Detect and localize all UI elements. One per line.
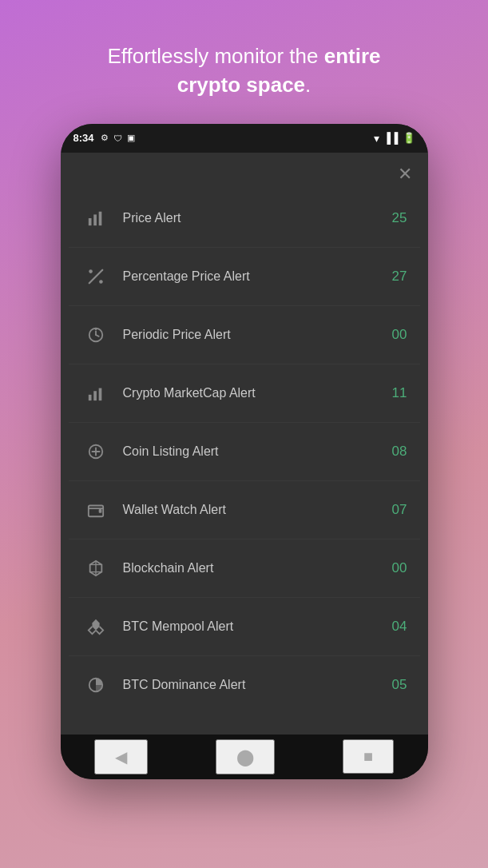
nav-back-button[interactable]: ◀ bbox=[94, 739, 148, 774]
wallet-watch-alert-icon bbox=[81, 496, 110, 524]
percentage-price-alert-icon bbox=[81, 262, 110, 291]
signal-icon: ▐▐ bbox=[383, 132, 398, 144]
battery-icon: 🔋 bbox=[403, 132, 415, 144]
close-btn-row: ✕ bbox=[61, 153, 428, 189]
list-item[interactable]: BTC Dominance Alert 05 bbox=[69, 656, 420, 714]
status-time: 8:34 bbox=[73, 132, 94, 144]
status-icons-right: ▾ ▐▐ 🔋 bbox=[374, 132, 415, 145]
status-icons-left: ⚙ 🛡 ▣ bbox=[101, 133, 135, 143]
header-line1: Effortlessly monitor the entirecrypto sp… bbox=[108, 44, 381, 97]
clipboard-icon: ▣ bbox=[127, 133, 135, 143]
wallet-watch-alert-label: Wallet Watch Alert bbox=[123, 503, 385, 517]
price-alert-label: Price Alert bbox=[123, 211, 385, 225]
periodic-price-alert-label: Periodic Price Alert bbox=[123, 328, 385, 342]
app-content: ✕ Price Alert 25 Per bbox=[61, 153, 428, 735]
btc-dominance-alert-count: 05 bbox=[385, 677, 407, 693]
nav-home-button[interactable]: ⬤ bbox=[216, 739, 275, 774]
btc-mempool-alert-icon bbox=[81, 612, 110, 641]
price-alert-count: 25 bbox=[385, 210, 407, 226]
svg-rect-2 bbox=[98, 212, 101, 225]
svg-line-8 bbox=[96, 335, 99, 336]
svg-rect-12 bbox=[98, 388, 101, 400]
list-item[interactable]: Wallet Watch Alert 07 bbox=[69, 481, 420, 540]
list-item[interactable]: Blockchain Alert 00 bbox=[69, 540, 420, 598]
shield-icon: 🛡 bbox=[113, 133, 122, 143]
svg-point-3 bbox=[89, 269, 93, 273]
list-item[interactable]: Price Alert 25 bbox=[69, 189, 420, 248]
header-section: Effortlessly monitor the entirecrypto sp… bbox=[76, 42, 413, 100]
list-item[interactable]: Percentage Price Alert 27 bbox=[69, 248, 420, 306]
svg-rect-17 bbox=[98, 509, 101, 513]
nav-bar: ◀ ⬤ ■ bbox=[61, 735, 428, 779]
periodic-price-alert-icon bbox=[81, 321, 110, 349]
crypto-marketcap-alert-icon bbox=[81, 379, 110, 408]
header-bold: entirecrypto space bbox=[177, 44, 381, 97]
btc-dominance-alert-label: BTC Dominance Alert bbox=[123, 678, 385, 692]
crypto-marketcap-alert-count: 11 bbox=[385, 385, 407, 401]
nav-recent-button[interactable]: ■ bbox=[343, 739, 394, 774]
blockchain-alert-icon bbox=[81, 554, 110, 583]
periodic-price-alert-count: 00 bbox=[385, 327, 407, 343]
btc-mempool-alert-label: BTC Mempool Alert bbox=[123, 619, 385, 634]
percentage-price-alert-count: 27 bbox=[385, 269, 407, 285]
coin-listing-alert-label: Coin Listing Alert bbox=[123, 444, 385, 459]
svg-point-4 bbox=[99, 280, 103, 284]
list-item[interactable]: Periodic Price Alert 00 bbox=[69, 306, 420, 364]
list-item[interactable]: Coin Listing Alert 08 bbox=[69, 423, 420, 481]
blockchain-alert-label: Blockchain Alert bbox=[123, 561, 385, 575]
phone-wrapper: 8:34 ⚙ 🛡 ▣ ▾ ▐▐ 🔋 ✕ Price Alert 25 bbox=[61, 124, 428, 779]
wifi-icon: ▾ bbox=[374, 132, 379, 145]
price-alert-icon bbox=[81, 204, 110, 233]
coin-listing-alert-icon bbox=[81, 437, 110, 466]
list-item[interactable]: BTC Mempool Alert 04 bbox=[69, 598, 420, 656]
svg-rect-11 bbox=[93, 391, 97, 400]
svg-rect-10 bbox=[88, 395, 91, 400]
crypto-marketcap-alert-label: Crypto MarketCap Alert bbox=[123, 386, 385, 400]
svg-point-9 bbox=[94, 328, 97, 330]
settings-icon: ⚙ bbox=[101, 133, 109, 143]
btc-dominance-alert-icon bbox=[81, 671, 110, 699]
alert-list: Price Alert 25 Percentage Price Alert 27 bbox=[61, 189, 428, 735]
percentage-price-alert-label: Percentage Price Alert bbox=[123, 269, 385, 284]
status-bar: 8:34 ⚙ 🛡 ▣ ▾ ▐▐ 🔋 bbox=[61, 124, 428, 153]
close-button[interactable]: ✕ bbox=[398, 165, 412, 183]
list-item[interactable]: Crypto MarketCap Alert 11 bbox=[69, 364, 420, 423]
blockchain-alert-count: 00 bbox=[385, 560, 407, 576]
btc-mempool-alert-count: 04 bbox=[385, 619, 407, 635]
wallet-watch-alert-count: 07 bbox=[385, 502, 407, 518]
svg-rect-1 bbox=[93, 214, 97, 225]
svg-rect-0 bbox=[88, 218, 91, 225]
coin-listing-alert-count: 08 bbox=[385, 444, 407, 460]
